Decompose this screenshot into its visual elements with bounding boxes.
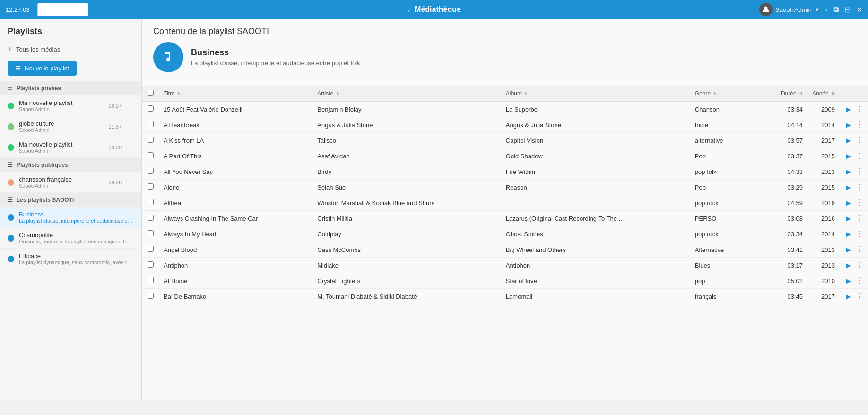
track-genre: Alternative [690,242,774,258]
play-track-button[interactable]: ▶ [846,137,851,144]
sort-title-icon: ⇅ [177,91,181,96]
track-more-button[interactable]: ⋮ [856,261,863,269]
row-checkbox[interactable] [148,168,154,174]
playlist-sub: Saooti Admin [19,183,104,189]
track-artist: M, Toumani Diabaté & Sidiki Diabaté [312,289,501,304]
play-track-button[interactable]: ▶ [846,105,851,113]
row-checkbox[interactable] [148,152,154,158]
content-title: Contenu de la playlist SAOOTI [153,26,857,36]
track-year: 2014 [807,226,840,242]
track-more-button[interactable]: ⋮ [856,277,863,285]
play-track-button[interactable]: ▶ [846,293,851,300]
play-track-button[interactable]: ▶ [846,183,851,191]
row-checkbox[interactable] [148,230,154,236]
section-label-public: Playlists publiques [17,162,68,168]
track-artist: Cristin Militia [312,211,501,226]
playlist-item[interactable]: Efficace La playlist dynamique, sans com… [0,249,141,269]
table-row: A Heartbreak Angus & Julia Stone Angus &… [142,117,868,133]
track-actions: ▶ ⋮ [840,102,868,117]
playlist-item[interactable]: Ma nouvelle playlist Saooti Admin 18:07 … [0,95,141,116]
playlist-item[interactable]: globe culture Saooti Admin 11:57 ⋮ [0,116,141,137]
play-track-button[interactable]: ▶ [846,277,851,285]
track-artist: Talisco [312,133,501,148]
track-more-button[interactable]: ⋮ [856,245,863,253]
playlist-dot [8,103,14,109]
track-album: Capitol Vision [501,133,690,148]
track-year: 2016 [807,211,840,226]
track-artist: Coldplay [312,226,501,242]
col-header-year[interactable]: Année ⇅ [807,86,840,102]
track-actions: ▶ ⋮ [840,289,868,304]
track-album: Big Wheel and Others [501,242,690,258]
col-header-duration[interactable]: Durée ⇅ [774,86,807,102]
col-header-album[interactable]: Album ⇅ [501,86,690,102]
more-options-button[interactable]: ⋮ [126,102,134,110]
play-track-button[interactable]: ▶ [846,121,851,129]
more-options-button[interactable]: ⋮ [126,123,134,130]
more-options-button[interactable]: ⋮ [126,144,134,151]
restore-button[interactable]: ⧉ [833,5,839,14]
row-checkbox-cell [142,195,159,211]
play-track-button[interactable]: ▶ [846,230,851,238]
track-more-button[interactable]: ⋮ [856,105,863,113]
playlist-time: 09:28 [108,180,122,185]
playlist-sub: Saooti Admin [19,106,104,112]
section-header-public: ☰ Playlists publiques [0,158,141,172]
playlist-item[interactable]: Business La playlist classe, intemporell… [0,207,141,228]
play-track-button[interactable]: ▶ [846,261,851,269]
track-more-button[interactable]: ⋮ [856,152,863,160]
all-media-item[interactable]: ♪ Tous les médias [0,40,141,58]
play-track-button[interactable]: ▶ [846,152,851,160]
track-more-button[interactable]: ⋮ [856,136,863,144]
row-checkbox[interactable] [148,246,154,252]
playlist-item[interactable]: Cosmopolite Originale, curieuse, la play… [0,228,141,249]
playlist-item[interactable]: Ma nouvelle playlist Saooti Admin 00:00 … [0,137,141,158]
media-tab[interactable]: ♪ Médiathèque [37,3,88,16]
row-checkbox[interactable] [148,261,154,268]
minimize-button[interactable]: ⊟ [844,5,851,14]
sort-album-icon: ⇅ [524,91,528,96]
table-row: Althea Winston Marshall & Kodiak Blue an… [142,195,868,211]
table-row: 15 Août Feat Valérie Donzelli Benjamin B… [142,102,868,117]
playlist-item[interactable]: chansson française Saooti Admin 09:28 ⋮ [0,172,141,193]
new-playlist-button[interactable]: ☰ Nouvelle playlist [8,61,77,76]
select-all-checkbox[interactable] [148,90,154,96]
track-year: 2013 [807,258,840,273]
track-album: Fire Within [501,164,690,180]
playlist-info: Cosmopolite Originale, curieuse, la play… [19,232,134,244]
track-duration: 04:14 [774,117,807,133]
playlist-meta: 18:07 [108,103,122,109]
window-title-area: ♪ Médiathèque [407,5,461,14]
track-more-button[interactable]: ⋮ [856,183,863,191]
row-checkbox[interactable] [148,215,154,221]
play-track-button[interactable]: ▶ [846,215,851,222]
close-button[interactable]: ✕ [856,5,862,14]
col-header-artist[interactable]: Artiste ⇅ [312,86,501,102]
row-checkbox[interactable] [148,105,154,112]
playlist-name: Efficace [19,252,134,259]
col-header-title[interactable]: Titre ⇅ [159,86,312,102]
play-track-button[interactable]: ▶ [846,168,851,175]
track-more-button[interactable]: ⋮ [856,292,863,300]
track-more-button[interactable]: ⋮ [856,121,863,129]
row-checkbox[interactable] [148,183,154,190]
table-row: Alone Selah Sue Reason Pop 03:29 2015 ▶ … [142,180,868,195]
row-checkbox[interactable] [148,121,154,127]
back-button[interactable]: ‹ [825,5,828,14]
track-more-button[interactable]: ⋮ [856,199,863,207]
col-header-genre[interactable]: Genre ⇅ [690,86,774,102]
track-more-button[interactable]: ⋮ [856,167,863,175]
row-checkbox[interactable] [148,293,154,299]
user-info[interactable]: Saooti Admin ▼ [759,3,820,16]
row-checkbox[interactable] [148,199,154,205]
more-options-button[interactable]: ⋮ [126,179,134,186]
row-checkbox[interactable] [148,137,154,143]
playlist-desc-title: Business [191,48,360,58]
track-more-button[interactable]: ⋮ [856,230,863,238]
row-checkbox[interactable] [148,277,154,283]
sort-year-icon: ⇅ [831,91,835,96]
play-track-button[interactable]: ▶ [846,246,851,253]
track-more-button[interactable]: ⋮ [856,214,863,222]
playlist-name: chansson française [19,176,104,183]
play-track-button[interactable]: ▶ [846,199,851,207]
